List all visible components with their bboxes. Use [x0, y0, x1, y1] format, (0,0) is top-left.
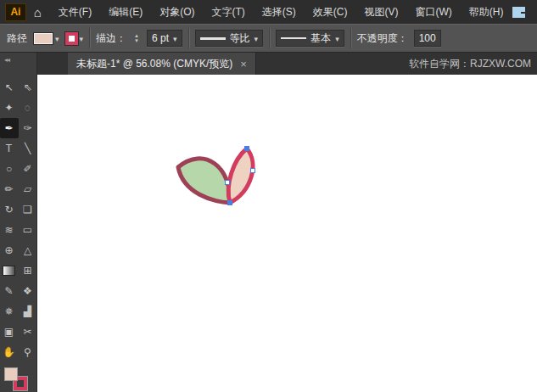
slice-tool[interactable]: ✂: [19, 322, 37, 342]
stroke-weight-stepper[interactable]: ▲ ▼: [132, 34, 141, 43]
app-logo: Ai: [5, 3, 26, 21]
gradient-tool-swatch-icon: [3, 266, 15, 276]
divider: [269, 28, 270, 48]
watermark-text: 软件自学网：RJZXW.COM: [409, 57, 537, 71]
chevron-down-icon: [80, 32, 84, 44]
fill-color-swatch[interactable]: [33, 32, 53, 45]
workspace: ◂◂ ↖⇖✦◌✒✑T╲○✐✏▱↻❏≋▭⊕△⊞✎❖✵▟▣✂✋⚲ 未标题-1* @ …: [0, 53, 537, 392]
eraser-tool[interactable]: ▱: [19, 179, 37, 199]
menu-object[interactable]: 对象(O): [151, 0, 203, 24]
eyedropper-tool[interactable]: ✎: [0, 281, 19, 301]
scale-tool[interactable]: ❏: [19, 199, 37, 220]
document-tab-title: 未标题-1* @ 56.08% (CMYK/预览): [76, 57, 232, 71]
tools-panel: ◂◂ ↖⇖✦◌✒✑T╲○✐✏▱↻❏≋▭⊕△⊞✎❖✵▟▣✂✋⚲: [0, 53, 37, 392]
rotate-tool[interactable]: ↻: [0, 199, 19, 220]
shape-builder-tool[interactable]: ⊕: [0, 240, 19, 260]
document-area: 未标题-1* @ 56.08% (CMYK/预览) × 软件自学网：RJZXW.…: [37, 53, 537, 392]
stroke-weight-value: 6 pt: [152, 32, 169, 44]
toolbar-fill-swatch[interactable]: [4, 367, 18, 381]
curvature-tool[interactable]: ✑: [19, 118, 37, 138]
stepper-up-icon[interactable]: ▲: [132, 34, 141, 38]
stroke-color-control[interactable]: [65, 32, 84, 45]
pencil-tool[interactable]: ✏: [0, 179, 19, 199]
canvas-area[interactable]: [37, 75, 537, 392]
menu-file[interactable]: 文件(F): [50, 0, 100, 24]
control-bar: 路径 描边： ▲ ▼ 6 pt 等比 基本: [0, 24, 537, 53]
workspace-icon-block: [512, 7, 521, 18]
menu-help[interactable]: 帮助(H): [461, 0, 512, 24]
opacity-label: 不透明度：: [357, 31, 408, 46]
chevron-down-icon: [335, 32, 339, 44]
toolbar-tools: ↖⇖✦◌✒✑T╲○✐✏▱↻❏≋▭⊕△⊞✎❖✵▟▣✂✋⚲: [0, 77, 36, 362]
divider: [350, 28, 351, 48]
stepper-down-icon[interactable]: ▼: [132, 39, 141, 43]
document-tab[interactable]: 未标题-1* @ 56.08% (CMYK/预览) ×: [68, 53, 256, 75]
mesh-tool[interactable]: ⊞: [19, 260, 37, 281]
chevron-down-icon: [55, 32, 59, 44]
menu-type[interactable]: 文字(T): [204, 0, 254, 24]
menu-bar: Ai ⌂ 文件(F)编辑(E)对象(O)文字(T)选择(S)效果(C)视图(V)…: [0, 0, 537, 24]
brush-definition-value: 基本: [310, 31, 331, 46]
chevron-down-icon: [173, 32, 177, 44]
width-profile-value: 等比: [230, 31, 250, 46]
paintbrush-tool[interactable]: ✐: [19, 159, 37, 179]
stroke-color-swatch[interactable]: [65, 32, 78, 45]
fill-stroke-indicator: [4, 367, 33, 392]
menu-effect[interactable]: 效果(C): [305, 0, 356, 24]
hand-tool[interactable]: ✋: [0, 342, 19, 362]
gradient-tool[interactable]: [0, 260, 19, 281]
opacity-input[interactable]: 100: [414, 30, 441, 47]
width-tool[interactable]: ≋: [0, 220, 19, 240]
pen-tool[interactable]: ✒: [0, 118, 19, 138]
ellipse-tool[interactable]: ○: [0, 159, 19, 179]
direct-selection-tool[interactable]: ⇖: [19, 77, 37, 98]
perspective-grid-tool[interactable]: △: [19, 240, 37, 260]
home-icon[interactable]: ⌂: [31, 5, 50, 20]
leaf-left-path[interactable]: [178, 159, 230, 203]
column-graph-tool[interactable]: ▟: [19, 301, 37, 322]
menu-edit[interactable]: 编辑(E): [100, 0, 151, 24]
menubar-items: 文件(F)编辑(E)对象(O)文字(T)选择(S)效果(C)视图(V)窗口(W)…: [50, 0, 512, 24]
artboard-tool[interactable]: ▣: [0, 322, 19, 342]
toolbar-collapse-button[interactable]: ◂◂: [0, 54, 36, 66]
menu-window[interactable]: 窗口(W): [407, 0, 461, 24]
stroke-weight-label: 描边：: [96, 31, 126, 46]
width-profile-dropdown[interactable]: 等比: [195, 30, 264, 47]
free-transform-tool[interactable]: ▭: [19, 220, 37, 240]
anchor-point[interactable]: [245, 147, 249, 151]
anchor-point[interactable]: [251, 169, 255, 173]
leaf-right-path[interactable]: [228, 148, 253, 203]
artboard-canvas[interactable]: [37, 75, 537, 392]
magic-wand-tool[interactable]: ✦: [0, 98, 19, 118]
menu-select[interactable]: 选择(S): [254, 0, 305, 24]
brush-preview-icon: [281, 37, 306, 39]
anchor-point[interactable]: [228, 201, 232, 205]
lasso-tool[interactable]: ◌: [19, 98, 37, 118]
type-tool[interactable]: T: [0, 138, 19, 159]
object-type-label: 路径: [7, 31, 27, 46]
divider: [89, 28, 90, 48]
workspace-switcher-icon[interactable]: [512, 7, 526, 18]
stroke-weight-dropdown[interactable]: 6 pt: [147, 30, 182, 47]
illustrator-window: Ai ⌂ 文件(F)编辑(E)对象(O)文字(T)选择(S)效果(C)视图(V)…: [0, 0, 537, 392]
blend-tool[interactable]: ❖: [19, 281, 37, 301]
brush-definition-dropdown[interactable]: 基本: [276, 30, 344, 47]
workspace-icon-block: [521, 14, 525, 18]
workspace-icon-block: [521, 7, 525, 12]
anchor-point[interactable]: [226, 181, 230, 185]
chevron-down-icon: [255, 32, 259, 44]
zoom-tool[interactable]: ⚲: [19, 342, 37, 362]
document-tab-bar: 未标题-1* @ 56.08% (CMYK/预览) × 软件自学网：RJZXW.…: [37, 53, 537, 75]
divider: [188, 28, 189, 48]
line-segment-tool[interactable]: ╲: [19, 138, 37, 159]
opacity-value: 100: [419, 32, 436, 44]
close-icon[interactable]: ×: [240, 59, 247, 70]
symbol-sprayer-tool[interactable]: ✵: [0, 301, 19, 322]
fill-color-control[interactable]: [33, 32, 59, 45]
width-profile-preview-icon: [200, 37, 226, 40]
menu-view[interactable]: 视图(V): [356, 0, 407, 24]
selection-tool[interactable]: ↖: [0, 77, 19, 98]
